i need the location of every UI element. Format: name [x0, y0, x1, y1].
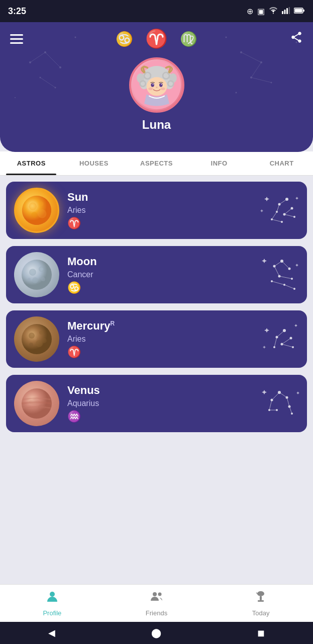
virgo-zodiac-icon[interactable]: ♍ [180, 31, 197, 47]
svg-point-34 [146, 77, 167, 96]
wifi-icon [269, 7, 278, 16]
svg-point-106 [29, 399, 39, 405]
bottom-nav: Profile Friends Today [0, 584, 313, 622]
svg-line-82 [274, 261, 282, 266]
svg-point-37 [152, 84, 153, 85]
svg-point-72 [41, 277, 45, 281]
aries-constellation-2 [257, 318, 302, 360]
svg-line-116 [272, 392, 279, 400]
menu-button[interactable] [10, 34, 23, 44]
svg-rect-2 [286, 8, 288, 14]
svg-point-121 [50, 592, 55, 597]
main-content: Sun Aries ♈ [0, 176, 313, 479]
today-label: Today [252, 609, 270, 617]
tab-bar: ASTROS HOUSES ASPECTS INFO CHART [0, 151, 313, 176]
friends-icon [150, 590, 164, 607]
cancer-zodiac-icon[interactable]: ♋ [116, 31, 133, 47]
svg-point-36 [159, 83, 162, 87]
signal-icon [282, 7, 290, 16]
svg-point-107 [38, 405, 46, 410]
moto-icon: ⊕ [247, 7, 253, 16]
zodiac-nav: ♋ ♈ ♍ [116, 28, 197, 49]
svg-line-101 [277, 331, 284, 337]
svg-point-124 [257, 591, 264, 596]
svg-line-61 [277, 204, 279, 212]
tab-houses[interactable]: HOUSES [63, 151, 126, 175]
svg-line-117 [287, 397, 289, 407]
svg-line-84 [274, 266, 279, 276]
nav-profile[interactable]: Profile [0, 585, 105, 622]
svg-line-63 [284, 214, 294, 217]
svg-line-85 [279, 276, 292, 279]
svg-rect-1 [284, 10, 286, 14]
svg-point-94 [34, 337, 37, 340]
svg-point-93 [42, 338, 47, 343]
svg-line-118 [289, 407, 292, 414]
svg-line-87 [284, 285, 294, 289]
svg-point-68 [30, 270, 35, 275]
svg-point-41 [160, 88, 165, 91]
svg-rect-5 [303, 10, 304, 12]
svg-point-92 [29, 343, 33, 347]
back-button[interactable]: ◀ [48, 627, 55, 638]
svg-point-66 [22, 260, 52, 290]
svg-point-48 [29, 202, 37, 210]
home-button[interactable]: ⬤ [151, 627, 161, 638]
svg-line-65 [272, 219, 282, 222]
svg-point-38 [161, 84, 162, 85]
cancer-constellation [257, 254, 302, 296]
svg-rect-125 [260, 596, 262, 600]
svg-rect-3 [289, 7, 290, 14]
svg-line-60 [279, 199, 287, 204]
moon-image [14, 252, 59, 297]
svg-point-39 [156, 87, 158, 88]
tab-info[interactable]: INFO [188, 151, 251, 175]
venus-image [14, 381, 59, 426]
svg-point-90 [39, 331, 43, 335]
svg-line-64 [272, 212, 277, 219]
share-button[interactable] [290, 31, 303, 47]
svg-point-35 [151, 83, 154, 87]
profile-icon [45, 590, 59, 607]
nav-today[interactable]: Today [208, 585, 313, 622]
svg-point-49 [39, 201, 44, 206]
svg-point-123 [158, 593, 161, 596]
tab-aspects[interactable]: ASPECTS [125, 151, 188, 175]
svg-point-88 [22, 324, 52, 354]
svg-rect-0 [282, 11, 283, 14]
sun-card[interactable]: Sun Aries ♈ [6, 182, 307, 239]
svg-point-71 [32, 277, 38, 283]
friends-label: Friends [146, 609, 167, 617]
aries-zodiac-icon[interactable]: ♈ [145, 28, 168, 49]
svg-point-89 [29, 333, 35, 339]
svg-point-18 [240, 51, 242, 53]
venus-card[interactable]: Venus Aquarius ♒ [6, 375, 307, 432]
status-time: 3:25 [8, 6, 26, 17]
moon-card[interactable]: Moon Cancer ♋ [6, 246, 307, 303]
svg-point-91 [36, 340, 43, 347]
svg-rect-126 [258, 600, 264, 602]
avatar[interactable] [129, 57, 184, 113]
tab-chart[interactable]: CHART [250, 151, 313, 175]
mercury-card[interactable]: MercuryR Aries ♈ [6, 310, 307, 368]
battery-icon [294, 7, 305, 15]
svg-line-103 [282, 338, 291, 344]
profile-label: Profile [43, 609, 61, 617]
tab-astros[interactable]: ASTROS [0, 151, 63, 175]
nav-friends[interactable]: Friends [105, 585, 209, 622]
status-bar: 3:25 ⊕ ▣ [0, 0, 313, 22]
svg-point-70 [40, 268, 43, 271]
svg-point-122 [153, 592, 157, 596]
recents-button[interactable]: ◼ [257, 627, 265, 638]
svg-line-104 [282, 344, 293, 347]
svg-line-115 [279, 392, 287, 397]
header-top: ♋ ♈ ♍ [10, 28, 303, 49]
svg-line-83 [282, 261, 289, 269]
svg-line-102 [274, 337, 277, 347]
svg-point-8 [44, 51, 46, 53]
sun-image [14, 188, 59, 233]
sim-icon: ▣ [257, 7, 265, 16]
aquarius-constellation [257, 382, 302, 425]
svg-line-62 [284, 208, 292, 214]
today-icon [254, 590, 268, 607]
